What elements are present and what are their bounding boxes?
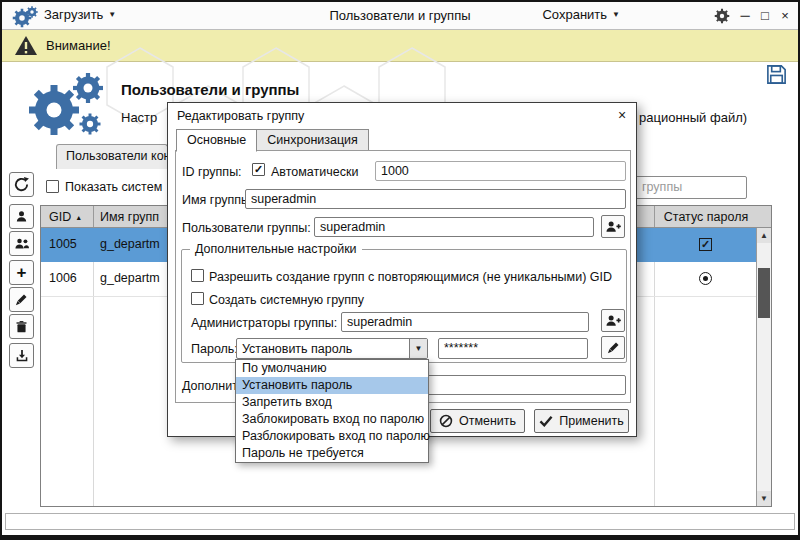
dropdown-item[interactable]: Пароль не требуется (236, 445, 428, 462)
page-subtitle-fragment-right: рационный файл) (639, 110, 747, 125)
page-title: Пользователи и группы (121, 81, 299, 98)
group-name-label: Имя группы: (182, 193, 253, 207)
apply-check-icon (539, 415, 553, 427)
user-add-icon (604, 219, 622, 234)
dropdown-item[interactable]: Запретить вход (236, 394, 428, 411)
password-mode-value: Установить пароль (242, 342, 352, 356)
save-menu-label: Сохранить (542, 7, 607, 22)
apply-button-label: Применить (559, 414, 624, 428)
cell-group-name: g_departm (100, 271, 160, 285)
group-users-input[interactable]: superadmin (314, 217, 594, 237)
password-input[interactable]: ******* (438, 338, 588, 359)
window-title: Пользователи и группы (2, 8, 798, 23)
import-download-icon (14, 348, 30, 364)
minimize-button[interactable]: ─ (736, 8, 754, 23)
password-status-radio-selected-icon (699, 272, 712, 285)
combo-dropdown-arrow-icon[interactable]: ▼ (409, 339, 427, 358)
dialog-tabs: Основные Синхронизация (176, 129, 368, 152)
column-header-gid-label: GID (49, 210, 71, 224)
cancel-button[interactable]: Отменить (430, 409, 525, 433)
user-icon (14, 209, 29, 224)
create-system-group-checkbox[interactable] (191, 292, 204, 305)
group-admins-label: Администраторы группы: (191, 316, 337, 330)
column-header-name-label: Имя групп (100, 210, 159, 224)
tab-sync[interactable]: Синхронизация (256, 129, 369, 151)
group-admins-input[interactable]: superadmin (341, 312, 589, 332)
scroll-up-icon: ▲ (760, 231, 768, 240)
user-button[interactable] (9, 204, 34, 229)
edit-group-button[interactable] (9, 287, 34, 312)
column-header-name[interactable]: Имя групп (100, 210, 159, 224)
settings-gear-icon[interactable] (714, 8, 730, 24)
check-icon: ✓ (701, 238, 710, 251)
auto-id-checkbox[interactable]: ✓ (252, 163, 265, 176)
add-admins-button[interactable] (601, 309, 625, 332)
vertical-scrollbar[interactable]: ▲ ▼ (756, 228, 771, 506)
dialog-close-button[interactable]: × (614, 107, 630, 123)
pencil-icon (14, 292, 29, 307)
additional-label-fragment: Дополнит (182, 379, 238, 393)
dropdown-item[interactable]: Заблокировать вход по паролю (236, 411, 428, 428)
tab-users-config-label: Пользователи кон (66, 149, 168, 163)
create-system-group-label: Создать системную группу (209, 293, 364, 307)
additional-settings-title: Дополнительные настройки (190, 242, 362, 256)
add-users-button[interactable] (601, 215, 625, 238)
maximize-button[interactable]: □ (756, 8, 774, 23)
column-header-password-status[interactable]: Статус пароля (655, 210, 757, 224)
group-id-label: ID группы: (182, 165, 242, 179)
user-add-icon (604, 313, 622, 328)
dialog-title-bar: Редактировать группу × (168, 103, 636, 129)
warning-label: Внимание! (46, 38, 111, 53)
warning-triangle-icon (14, 35, 38, 56)
dropdown-item[interactable]: Разблокировать вход по паролю (236, 428, 428, 445)
trash-icon (14, 319, 29, 335)
sort-ascending-icon: ▲ (75, 214, 82, 221)
add-group-button[interactable]: + (9, 260, 34, 285)
scrollbar-thumb[interactable] (758, 268, 770, 318)
search-group-placeholder-fragment: группы (642, 180, 682, 194)
password-mode-dropdown: По умолчанию Установить пароль Запретить… (235, 359, 429, 463)
tab-general[interactable]: Основные (176, 129, 257, 152)
page-subtitle-fragment-left: Настр (121, 110, 157, 125)
scroll-down-arrow[interactable]: ▼ (757, 491, 771, 506)
title-bar: Загрузить ▼ Пользователи и группы Сохран… (2, 2, 798, 30)
password-mode-select[interactable]: Установить пароль ▼ (236, 338, 428, 359)
close-button[interactable]: × (776, 8, 794, 23)
chevron-down-icon: ▼ (612, 10, 620, 19)
password-label: Пароль: (191, 342, 238, 356)
allow-duplicate-gid-label: Разрешить создание групп с повторяющимис… (209, 270, 612, 284)
dropdown-item[interactable]: По умолчанию (236, 360, 428, 377)
show-system-label: Показать систем (65, 180, 162, 194)
cancel-button-label: Отменить (459, 414, 516, 428)
tab-general-label: Основные (187, 133, 246, 147)
dropdown-item-selected[interactable]: Установить пароль (236, 377, 428, 394)
refresh-button[interactable] (9, 172, 34, 197)
scroll-up-arrow[interactable]: ▲ (757, 228, 771, 243)
cell-gid: 1006 (49, 271, 77, 285)
delete-group-button[interactable] (9, 314, 34, 339)
app-logo-gears (24, 68, 110, 144)
tab-users-config[interactable]: Пользователи кон (56, 144, 168, 169)
group-name-input[interactable]: superadmin (245, 189, 626, 209)
app-window: Загрузить ▼ Пользователи и группы Сохран… (0, 0, 800, 540)
cell-gid: 1005 (49, 237, 77, 251)
save-file-icon[interactable] (765, 63, 788, 86)
column-header-gid[interactable]: GID ▲ (49, 210, 82, 224)
apply-button[interactable]: Применить (534, 409, 629, 433)
scroll-down-icon: ▼ (760, 494, 768, 503)
cancel-slash-icon (439, 414, 453, 428)
group-users-label: Пользователи группы: (182, 221, 311, 235)
group-id-input[interactable]: 1000 (375, 161, 626, 181)
import-button[interactable] (9, 343, 34, 368)
allow-duplicate-gid-checkbox[interactable] (191, 269, 204, 282)
group-users-icon (13, 236, 31, 251)
save-menu-button[interactable]: Сохранить ▼ (542, 7, 620, 22)
show-system-checkbox[interactable] (46, 180, 59, 193)
groups-button[interactable] (9, 231, 34, 256)
plus-icon: + (17, 265, 27, 280)
refresh-icon (13, 176, 30, 193)
cell-group-name: g_departm (100, 237, 160, 251)
password-status-checkbox-checked-icon: ✓ (699, 238, 712, 251)
status-bar (5, 513, 795, 530)
edit-password-button[interactable] (601, 336, 625, 359)
